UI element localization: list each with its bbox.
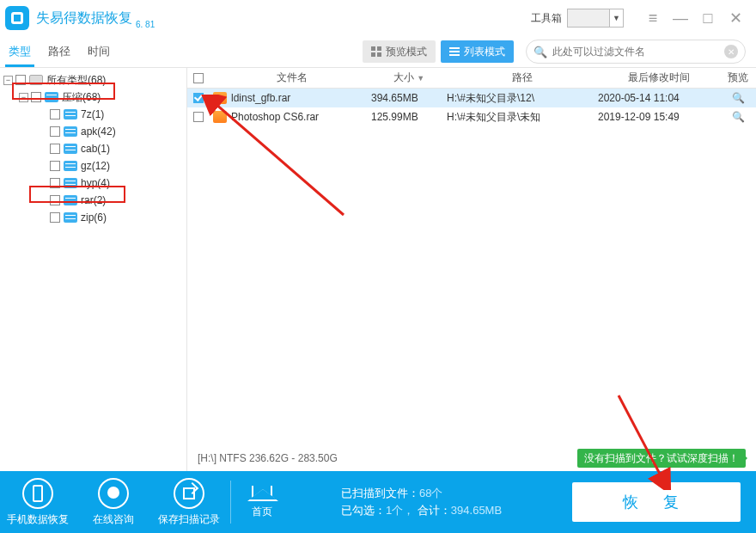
row-checkbox[interactable]: [193, 93, 204, 103]
app-logo-icon: [5, 6, 29, 30]
tab-path[interactable]: 路径: [40, 36, 79, 67]
tree-label: hyp(4): [81, 177, 110, 189]
deep-scan-button[interactable]: 没有扫描到文件？试试深度扫描！: [577, 449, 746, 468]
tree-label: 7z(1): [81, 108, 104, 120]
chevron-down-icon: ▼: [609, 9, 623, 27]
search-icon: 🔍: [533, 46, 547, 58]
phone-recovery-button[interactable]: 手机数据恢复: [0, 478, 76, 527]
archive-icon: [45, 92, 58, 102]
export-icon: [183, 487, 195, 499]
file-path: H:\#未知父目录\未知: [447, 110, 598, 125]
col-preview[interactable]: 预览: [720, 70, 756, 85]
footer-label: 首页: [252, 505, 272, 519]
list-mode-button[interactable]: 列表模式: [441, 40, 514, 63]
file-icon: [213, 92, 227, 104]
tree-all-types[interactable]: − 所有类型(68): [0, 71, 186, 89]
tree-label: cab(1): [81, 143, 110, 155]
search-input[interactable]: [552, 46, 724, 58]
checkbox[interactable]: [15, 75, 26, 85]
grid-icon: [371, 46, 381, 57]
archive-icon: [64, 109, 77, 119]
search-box[interactable]: 🔍 ✕: [526, 40, 746, 64]
tree-zip[interactable]: zip(6): [0, 209, 186, 226]
online-chat-button[interactable]: 在线咨询: [76, 478, 151, 527]
collapse-icon[interactable]: −: [3, 76, 13, 85]
col-size[interactable]: 大小 ▼: [371, 70, 447, 85]
checkbox[interactable]: [50, 144, 60, 154]
tree-label: zip(6): [81, 211, 107, 224]
tree-gz[interactable]: gz(12): [0, 157, 186, 175]
home-icon: [252, 486, 272, 501]
preview-button[interactable]: 🔍: [720, 92, 756, 104]
tree-rar[interactable]: rar(2): [0, 192, 186, 209]
app-title: 失易得数据恢复: [36, 9, 132, 28]
tree-cab[interactable]: cab(1): [0, 140, 186, 157]
archive-icon: [64, 195, 77, 205]
scan-stats: 已扫描到文件：68个 已勾选：1个， 合计：394.65MB: [290, 485, 572, 519]
tree-label: 所有类型(68): [46, 73, 106, 88]
toolbox-dropdown[interactable]: ▼: [567, 9, 624, 28]
archive-icon: [64, 161, 77, 171]
file-date: 2020-05-14 11:04: [598, 92, 720, 104]
column-headers: 文件名 大小 ▼ 路径 最后修改时间 预览: [187, 68, 756, 89]
select-all-checkbox[interactable]: [193, 73, 204, 83]
checkbox[interactable]: [50, 126, 60, 137]
col-path[interactable]: 路径: [447, 70, 598, 85]
file-row[interactable]: Photoshop CS6.rar 125.99MB H:\#未知父目录\未知 …: [187, 107, 756, 126]
tree-label: apk(42): [81, 126, 116, 138]
list-mode-label: 列表模式: [464, 45, 505, 59]
save-scan-button[interactable]: 保存扫描记录: [151, 478, 227, 527]
maximize-button[interactable]: □: [694, 7, 722, 29]
phone-icon: [33, 485, 43, 502]
file-path: H:\#未知父目录\12\: [447, 91, 598, 106]
menu-icon[interactable]: ≡: [639, 7, 667, 29]
checkbox[interactable]: [50, 212, 60, 223]
clear-search-button[interactable]: ✕: [724, 45, 738, 58]
row-checkbox[interactable]: [193, 112, 204, 122]
user-icon: [107, 487, 119, 499]
archive-icon: [64, 178, 77, 188]
file-row[interactable]: ldinst_gfb.rar 394.65MB H:\#未知父目录\12\ 20…: [187, 89, 756, 107]
checkbox[interactable]: [50, 161, 60, 171]
file-date: 2019-12-09 15:49: [598, 111, 720, 123]
close-button[interactable]: ✕: [722, 7, 749, 29]
archive-icon: [64, 126, 77, 137]
preview-mode-button[interactable]: 预览模式: [363, 40, 436, 63]
tree-label: 压缩(68): [62, 90, 101, 105]
checkbox[interactable]: [50, 109, 60, 119]
tab-time[interactable]: 时间: [79, 36, 119, 67]
footer-label: 手机数据恢复: [7, 512, 69, 527]
toolbox-label[interactable]: 工具箱: [531, 11, 562, 26]
footer-bar: 手机数据恢复 在线咨询 保存扫描记录 首页 已扫描到文件：68个 已勾选：1个，…: [0, 471, 756, 533]
archive-icon: [64, 212, 77, 223]
tree-apk[interactable]: apk(42): [0, 123, 186, 140]
archive-icon: [64, 144, 77, 154]
file-size: 394.65MB: [371, 92, 447, 104]
footer-label: 在线咨询: [93, 512, 134, 527]
tab-type[interactable]: 类型: [0, 36, 40, 67]
minimize-button[interactable]: —: [667, 7, 694, 29]
title-bar: 失易得数据恢复 6. 81 工具箱 ▼ ≡ — □ ✕: [0, 0, 756, 36]
computer-icon: [29, 75, 43, 85]
checkbox[interactable]: [50, 178, 60, 188]
col-date[interactable]: 最后修改时间: [598, 70, 720, 85]
list-icon: [449, 47, 460, 56]
tree-label: rar(2): [81, 194, 106, 206]
tree-hyp[interactable]: hyp(4): [0, 175, 186, 192]
col-filename[interactable]: 文件名: [213, 70, 371, 85]
file-panel: 文件名 大小 ▼ 路径 最后修改时间 预览 ldinst_gfb.rar 394…: [187, 68, 756, 471]
tree-label: gz(12): [81, 160, 110, 172]
checkbox[interactable]: [50, 195, 60, 205]
preview-mode-label: 预览模式: [386, 45, 427, 59]
home-button[interactable]: 首页: [235, 486, 290, 519]
file-name: Photoshop CS6.rar: [231, 111, 371, 123]
collapse-icon[interactable]: −: [19, 93, 28, 102]
file-name: ldinst_gfb.rar: [231, 92, 371, 104]
tree-7z[interactable]: 7z(1): [0, 106, 186, 123]
file-size: 125.99MB: [371, 111, 447, 123]
tree-archive[interactable]: − 压缩(68): [0, 89, 186, 106]
preview-button[interactable]: 🔍: [720, 111, 756, 123]
checkbox[interactable]: [31, 92, 41, 102]
footer-label: 保存扫描记录: [158, 512, 220, 527]
recover-button[interactable]: 恢 复: [572, 482, 741, 522]
